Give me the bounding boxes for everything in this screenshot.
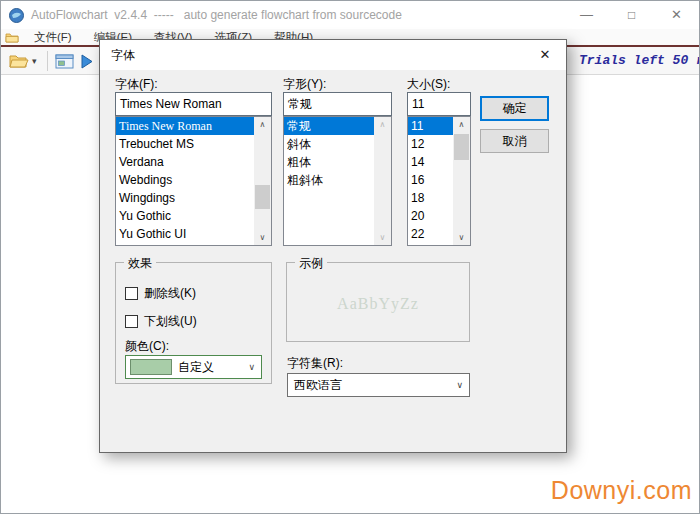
chevron-down-icon[interactable]: ∨ — [248, 356, 255, 378]
list-item[interactable]: Webdings — [116, 171, 271, 189]
color-label: 颜色(C): — [125, 338, 169, 355]
underline-label: 下划线(U) — [144, 313, 197, 330]
menu-item-file[interactable]: 文件(F) — [23, 30, 83, 45]
font-size-list[interactable]: 11121416182022 ∧ ∨ — [407, 116, 471, 246]
underline-checkbox[interactable] — [125, 315, 138, 328]
dialog-title: 字体 — [111, 40, 135, 70]
sample-groupbox: 示例 AaBbYyZz — [286, 262, 470, 342]
maximize-button[interactable]: □ — [609, 1, 654, 29]
style-list-scrollbar[interactable]: ∧ ∨ — [374, 117, 391, 245]
strikeout-checkbox[interactable] — [125, 287, 138, 300]
ok-button[interactable]: 确定 — [480, 96, 549, 121]
open-file-button[interactable] — [9, 50, 29, 72]
window-title: AutoFlowchart v2.4.4 ----- auto generate… — [31, 1, 402, 29]
folder-icon — [5, 32, 19, 43]
font-list[interactable]: Times New RomanTrebuchet MSVerdanaWebdin… — [115, 116, 272, 246]
charset-label: 字符集(R): — [287, 355, 343, 372]
scrollbar-thumb[interactable] — [255, 185, 270, 209]
font-list-scrollbar[interactable]: ∧ ∨ — [254, 117, 271, 245]
open-dropdown-caret[interactable]: ▾ — [32, 50, 37, 72]
font-style-list[interactable]: 常规斜体粗体粗斜体 ∧ ∨ — [283, 116, 392, 246]
run-button[interactable] — [80, 50, 93, 72]
cancel-button[interactable]: 取消 — [480, 129, 549, 153]
app-icon — [9, 8, 24, 23]
list-item[interactable]: Yu Gothic UI — [116, 225, 271, 243]
list-item[interactable]: Yu Gothic — [116, 207, 271, 225]
style-label: 字形(Y): — [283, 76, 326, 93]
scroll-up-icon[interactable]: ∧ — [453, 117, 470, 132]
charset-value: 西欧语言 — [294, 374, 342, 396]
strikeout-label: 删除线(K) — [144, 285, 196, 302]
scroll-down-icon[interactable]: ∨ — [374, 230, 391, 245]
open-folder-icon — [9, 53, 29, 69]
trials-remaining-text: Trials left 50 run — [579, 47, 700, 74]
size-label: 大小(S): — [407, 76, 450, 93]
effects-title: 效果 — [124, 255, 156, 272]
sample-text: AaBbYyZz — [287, 295, 469, 313]
main-window: AutoFlowchart v2.4.4 ----- auto generate… — [0, 0, 700, 514]
chevron-down-icon[interactable]: ∨ — [456, 374, 463, 396]
scrollbar-thumb[interactable] — [454, 134, 469, 160]
window-titlebar: AutoFlowchart v2.4.4 ----- auto generate… — [1, 1, 699, 29]
color-combobox[interactable]: 自定义 ∨ — [125, 355, 262, 379]
play-icon — [80, 54, 93, 69]
watermark-text: Downyi.com — [551, 476, 692, 505]
strikeout-checkbox-row[interactable]: 删除线(K) — [125, 285, 196, 302]
charset-combobox[interactable]: 西欧语言 ∨ — [287, 373, 470, 397]
view-window-button[interactable] — [55, 50, 74, 72]
font-dialog: 字体 ✕ 字体(F): 字形(Y): 大小(S): Times New Roma… — [99, 39, 567, 453]
color-swatch — [130, 359, 172, 375]
list-item[interactable]: Verdana — [116, 153, 271, 171]
font-name-input[interactable]: Times New Roman — [115, 92, 272, 116]
color-value: 自定义 — [178, 356, 214, 378]
close-button[interactable]: ✕ — [654, 1, 699, 29]
font-size-input[interactable]: 11 — [407, 92, 471, 116]
window-icon — [55, 54, 74, 69]
sample-title: 示例 — [295, 255, 327, 272]
font-label: 字体(F): — [115, 76, 158, 93]
effects-groupbox: 效果 删除线(K) 下划线(U) 颜色(C): 自定义 ∨ — [115, 262, 272, 384]
font-style-input[interactable]: 常规 — [283, 92, 392, 116]
toolbar-separator — [47, 51, 48, 71]
scroll-up-icon[interactable]: ∧ — [254, 117, 271, 132]
scroll-down-icon[interactable]: ∨ — [453, 230, 470, 245]
list-item[interactable]: Trebuchet MS — [116, 135, 271, 153]
size-list-scrollbar[interactable]: ∧ ∨ — [453, 117, 470, 245]
list-item[interactable]: Times New Roman — [116, 117, 271, 135]
dialog-titlebar: 字体 ✕ — [100, 40, 566, 70]
underline-checkbox-row[interactable]: 下划线(U) — [125, 313, 197, 330]
dialog-close-button[interactable]: ✕ — [524, 40, 566, 70]
minimize-button[interactable]: — — [564, 1, 609, 29]
scroll-down-icon[interactable]: ∨ — [254, 230, 271, 245]
list-item[interactable]: Wingdings — [116, 189, 271, 207]
scroll-up-icon[interactable]: ∧ — [374, 117, 391, 132]
